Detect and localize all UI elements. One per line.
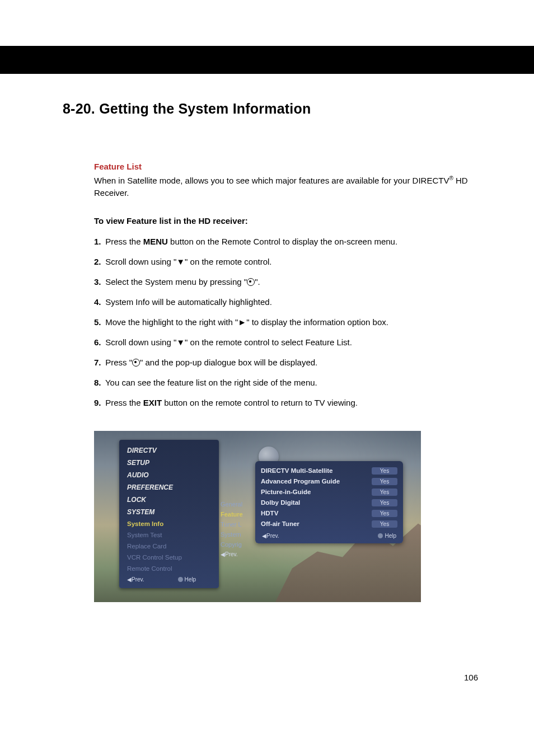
step-4: 4. System Info will be automatically hig… [94,296,477,308]
step-8: 8. You can see the feature list on the r… [94,377,477,388]
step-7: 7. Press "" and the pop-up dialogue box … [94,356,477,368]
option-tuner[interactable]: Tuner L [221,519,253,529]
feature-name: Picture-in-Guide [261,489,311,495]
feature-help-label[interactable]: Help [378,533,396,539]
feature-list-paragraph: When in Satellite mode, allows you to se… [94,175,477,199]
step-text-a: System Info will be automatically highli… [105,297,272,307]
feature-value-pill: Yes [372,520,397,528]
step-text-b: ". [255,277,260,287]
feature-row: Advanced Program Guide Yes [255,476,403,487]
step-text-b: " to display the information option box. [246,317,388,327]
step-5: 5. Move the highlight to the right with … [94,316,477,328]
step-text-a: Press " [105,358,132,367]
option-system[interactable]: System [221,529,253,539]
feature-name: Advanced Program Guide [261,478,340,485]
feature-value-pill: Yes [372,510,397,517]
feature-row: DIRECTV Multi-Satellite Yes [255,466,403,476]
step-text-b: button on the Remote Control to display … [168,237,397,246]
step-text-a: Scroll down using " [105,337,176,347]
step-text-b: " and the pop-up dialogue box will be di… [140,358,317,367]
step-text-a: Select the System menu by pressing " [105,277,247,287]
option-general[interactable]: General [221,499,253,509]
step-1: 1. Press the MENU button on the Remote C… [94,236,477,247]
feature-name: Off-air Tuner [261,520,299,527]
registered-mark: ® [449,175,453,181]
help-dot-icon [178,577,183,582]
feature-name: DIRECTV Multi-Satellite [261,467,332,474]
option-prev-label[interactable]: ◀Prev. [221,550,253,559]
step-text-b: " on the remote control to select Featur… [185,337,352,347]
section-title: 8-20. Getting the System Information [63,101,477,117]
feature-value-pill: Yes [372,489,397,496]
feature-name: Dolby Digital [261,499,300,506]
feature-value-pill: Yes [372,467,397,475]
step-6: 6. Scroll down using "▼" on the remote c… [94,336,477,348]
step-text-a: Move the highlight to the right with " [105,317,238,327]
step-num: 3. [94,276,103,288]
down-triangle-icon: ▼ [176,337,185,347]
menu-item-lock[interactable]: LOCK [119,494,219,506]
osd-option-column: General Feature Tuner L System Copyrig ◀… [221,499,253,559]
step-num: 2. [94,256,103,267]
step-num: 4. [94,296,103,308]
right-triangle-icon: ► [238,317,246,327]
step-text-a: Press the [105,398,143,407]
menu-help-label[interactable]: Help [178,576,196,583]
select-button-icon [247,278,255,286]
menu-prev-label[interactable]: ◀Prev. [127,576,144,583]
feature-name: HDTV [261,510,278,516]
step-keyword: MENU [143,237,168,246]
step-2: 2. Scroll down using "▼" on the remote c… [94,256,477,267]
select-button-icon [132,359,140,367]
submenu-replace-card[interactable]: Replace Card [119,541,219,552]
step-num: 6. [94,336,103,348]
feature-row: Dolby Digital Yes [255,497,403,508]
help-dot-icon [378,533,383,538]
menu-item-setup[interactable]: SETUP [119,457,219,469]
menu-item-system[interactable]: SYSTEM [119,506,219,518]
content-area: 8-20. Getting the System Information Fea… [63,101,477,602]
feature-row: Picture-in-Guide Yes [255,487,403,497]
option-feature[interactable]: Feature [221,509,253,519]
menu-item-directv[interactable]: DIRECTV [119,444,219,457]
step-text-a: Press the [105,237,143,246]
header-black-bar [0,46,534,74]
down-triangle-icon: ▼ [176,257,185,266]
step-text-a: Scroll down using " [105,257,176,266]
osd-main-menu: DIRECTV SETUP AUDIO PREFERENCE LOCK SYST… [119,440,219,588]
submenu-vcr-control-setup[interactable]: VCR Control Setup [119,552,219,563]
menu-footer-row: ◀Prev. Help [119,574,219,583]
submenu-system-info[interactable]: System Info [119,518,219,529]
feature-prev-label[interactable]: ◀Prev. [262,533,279,539]
feature-list-heading: Feature List [94,162,477,171]
osd-screenshot: DIRECTV SETUP AUDIO PREFERENCE LOCK SYST… [94,431,421,602]
step-num: 5. [94,316,103,328]
step-text-b: button on the remote control to return t… [162,398,358,407]
submenu-remote-control[interactable]: Remote Control [119,563,219,574]
osd-feature-panel: DIRECTV Multi-Satellite Yes Advanced Pro… [255,461,403,543]
step-text-b: " on the remote control. [185,257,271,266]
para-text-a: When in Satellite mode, allows you to se… [94,176,449,185]
page: 8-20. Getting the System Information Fea… [0,0,534,756]
feature-value-pill: Yes [372,499,397,506]
steps-list: 1. Press the MENU button on the Remote C… [94,236,477,408]
menu-item-audio[interactable]: AUDIO [119,469,219,481]
body-block: Feature List When in Satellite mode, all… [94,162,477,602]
submenu-system-test[interactable]: System Test [119,529,219,541]
menu-item-preference[interactable]: PREFERENCE [119,481,219,494]
step-num: 1. [94,236,103,247]
step-text-a: You can see the feature list on the righ… [105,378,317,387]
instructions-heading: To view Feature list in the HD receiver: [94,216,477,226]
feature-row: HDTV Yes [255,508,403,519]
feature-help-text: Help [385,533,396,539]
step-num: 7. [94,356,103,368]
step-9: 9. Press the EXIT button on the remote c… [94,397,477,408]
feature-panel-footer: ◀Prev. Help [255,529,403,540]
feature-row: Off-air Tuner Yes [255,519,403,529]
page-number: 106 [464,673,478,682]
step-3: 3. Select the System menu by pressing ""… [94,276,477,288]
menu-help-text: Help [185,576,196,583]
feature-value-pill: Yes [372,478,397,485]
option-copyrig[interactable]: Copyrig [221,539,253,550]
step-num: 8. [94,377,103,388]
